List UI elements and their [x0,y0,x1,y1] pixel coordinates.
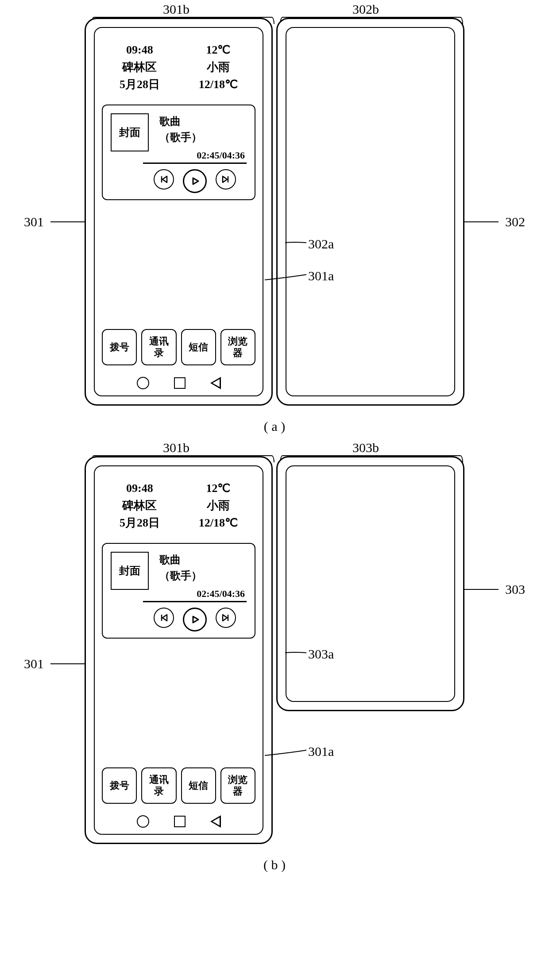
label-302b: 302b [352,2,379,17]
prev-button[interactable] [154,608,174,628]
label-301a-b: 301a [308,744,334,759]
label-301a: 301a [308,268,334,283]
sms-app[interactable]: 短信 [181,767,216,804]
screen-left-b: 09:48 碑林区 5月28日 12℃ 小雨 12/18℃ 封面 歌曲 [94,465,263,835]
weather-text: 小雨 [207,497,230,514]
screen-left-a: 09:48 碑林区 5月28日 12℃ 小雨 12/18℃ 封面 歌曲 [94,27,263,396]
nav-back-icon[interactable] [210,377,221,389]
label-302a: 302a [308,236,334,252]
sms-app[interactable]: 短信 [181,329,216,365]
prev-icon [159,174,169,184]
leader-301-b [50,663,86,664]
label-303a: 303a [308,647,334,662]
status-widget: 09:48 碑林区 5月28日 12℃ 小雨 12/18℃ [100,33,257,105]
location-text: 碑林区 [122,497,157,514]
album-cover[interactable]: 封面 [111,113,149,151]
song-title: 歌曲 [159,552,202,568]
artist-text: （歌手） [159,568,202,584]
prev-button[interactable] [154,169,174,190]
song-title: 歌曲 [159,113,202,129]
prev-icon [159,613,169,623]
nav-back-icon[interactable] [210,815,221,828]
label-301b: 301b [163,2,189,17]
date-text: 5月28日 [120,514,160,531]
screen-right-a [286,27,455,396]
playback-time: 02:45/04:36 [143,150,247,164]
contacts-app[interactable]: 通讯 录 [141,767,176,804]
next-button[interactable] [216,608,236,628]
nav-bar-b [95,815,263,828]
phone-left-b: 09:48 碑林区 5月28日 12℃ 小雨 12/18℃ 封面 歌曲 [85,456,273,844]
leader-303 [463,589,499,590]
music-widget-b: 封面 歌曲 （歌手） 02:45/04:36 [102,543,255,639]
contacts-app[interactable]: 通讯 录 [141,329,176,365]
label-303: 303 [505,582,525,597]
dialer-app[interactable]: 拨号 [102,767,137,804]
dock-b: 拨号 通讯 录 短信 浏览 器 [100,767,257,804]
temp-text: 12℃ [206,480,230,497]
caption-b: ( b ) [31,857,518,872]
label-301-b: 301 [24,656,44,671]
time-text: 09:48 [126,41,153,58]
play-icon [189,614,200,625]
leader-301 [50,221,86,222]
dialer-app[interactable]: 拨号 [102,329,137,365]
phone-left-a: 09:48 碑林区 5月28日 12℃ 小雨 12/18℃ 封面 歌曲 [85,18,273,406]
weather-text: 小雨 [207,58,230,76]
temp-range-text: 12/18℃ [199,76,238,93]
next-icon [221,613,231,623]
caption-a: ( a ) [31,419,518,434]
nav-recent-icon[interactable] [174,816,186,827]
play-button[interactable] [183,608,207,631]
browser-app[interactable]: 浏览 器 [220,329,255,365]
next-icon [221,174,231,184]
figure-b: 301b 303b 09:48 碑林区 5月28日 12℃ 小雨 12/18℃ [31,456,518,872]
artist-text: （歌手） [159,129,202,145]
nav-home-icon[interactable] [137,377,149,389]
temp-text: 12℃ [206,41,230,58]
label-301: 301 [24,214,44,229]
phone-right-a [276,18,464,406]
next-button[interactable] [216,169,236,190]
nav-home-icon[interactable] [137,815,149,828]
play-button[interactable] [183,169,207,193]
figure-a: 301b 302b 09:48 碑林区 5月28日 12℃ 小雨 12/18℃ [31,18,518,434]
album-cover[interactable]: 封面 [111,552,149,590]
status-widget-b: 09:48 碑林区 5月28日 12℃ 小雨 12/18℃ [100,472,257,543]
dock: 拨号 通讯 录 短信 浏览 器 [100,329,257,365]
leader-302 [463,221,499,222]
music-widget: 封面 歌曲 （歌手） 02:45/04:36 [102,105,255,200]
label-301b-b: 301b [163,440,189,455]
time-text: 09:48 [126,480,153,497]
location-text: 碑林区 [122,58,157,76]
temp-range-text: 12/18℃ [199,514,238,531]
nav-recent-icon[interactable] [174,377,186,389]
nav-bar [95,377,263,389]
label-302: 302 [505,214,525,229]
browser-app[interactable]: 浏览 器 [220,767,255,804]
date-text: 5月28日 [120,76,160,93]
label-303b: 303b [352,440,379,455]
playback-time: 02:45/04:36 [143,588,247,602]
play-icon [189,176,200,186]
